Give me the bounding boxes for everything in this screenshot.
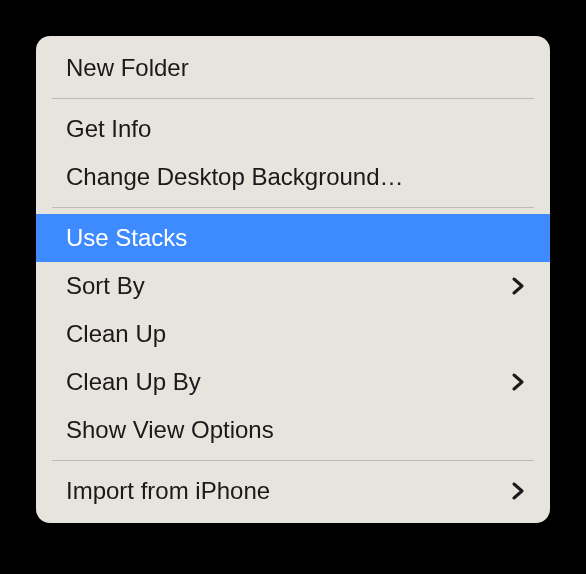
menu-item-label: Change Desktop Background… [66,161,404,193]
menu-item-sort-by[interactable]: Sort By [36,262,550,310]
chevron-right-icon [512,373,524,391]
menu-item-clean-up-by[interactable]: Clean Up By [36,358,550,406]
menu-item-label: Show View Options [66,414,274,446]
chevron-right-icon [512,482,524,500]
menu-item-use-stacks[interactable]: Use Stacks [36,214,550,262]
menu-item-import-from-iphone[interactable]: Import from iPhone [36,467,550,515]
menu-item-new-folder[interactable]: New Folder [36,44,550,92]
menu-item-show-view-options[interactable]: Show View Options [36,406,550,454]
menu-item-label: Sort By [66,270,145,302]
menu-item-label: Get Info [66,113,151,145]
menu-item-label: Clean Up [66,318,166,350]
separator [52,460,534,461]
menu-item-label: New Folder [66,52,189,84]
separator [52,98,534,99]
chevron-right-icon [512,277,524,295]
menu-item-label: Use Stacks [66,222,187,254]
context-menu: New Folder Get Info Change Desktop Backg… [36,36,550,523]
separator [52,207,534,208]
menu-item-get-info[interactable]: Get Info [36,105,550,153]
menu-item-label: Clean Up By [66,366,201,398]
stage: New Folder Get Info Change Desktop Backg… [0,0,586,574]
menu-item-label: Import from iPhone [66,475,270,507]
menu-item-clean-up[interactable]: Clean Up [36,310,550,358]
menu-item-change-desktop-bg[interactable]: Change Desktop Background… [36,153,550,201]
